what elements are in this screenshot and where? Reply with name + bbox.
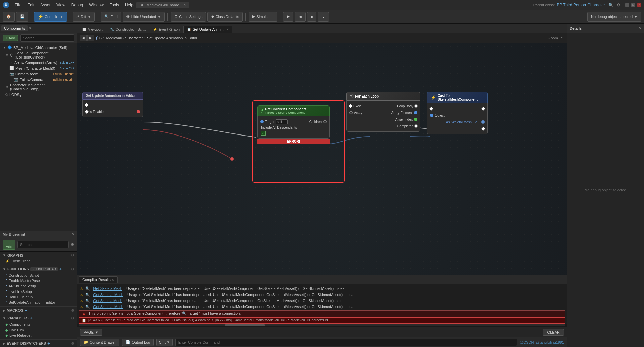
foreach-exec-out[interactable]	[414, 104, 418, 108]
cmd-dropdown[interactable]: ▼	[167, 340, 170, 344]
content-drawer-btn[interactable]: 📁 Content Drawer	[80, 339, 119, 346]
page-nav-btn[interactable]: PAGE ▼	[80, 329, 102, 336]
settings-icon[interactable]: ⚙	[617, 3, 620, 7]
graphs-section-header[interactable]: ▼ GRAPHS ⚙	[0, 252, 77, 258]
children-pin[interactable]	[323, 120, 327, 123]
compiler-tab[interactable]: Compiler Results ×	[79, 276, 118, 283]
var-livelink[interactable]: ◆ Live Link	[0, 327, 77, 333]
my-blueprint-close[interactable]: ×	[72, 232, 74, 237]
find-btn[interactable]: 🔍 Find	[101, 12, 121, 22]
tree-item-capsule[interactable]: ▼ ⬡ Capsule Component (CollisionCylinder…	[0, 50, 77, 60]
save-btn[interactable]: 💾	[16, 12, 28, 22]
functions-add-icon[interactable]: +	[59, 266, 62, 272]
var-components[interactable]: ◆ Components	[0, 322, 77, 327]
target-input[interactable]	[276, 119, 288, 124]
var-live-retarget[interactable]: ◆ Live Retarget	[0, 333, 77, 338]
is-enabled-pin[interactable]	[137, 110, 140, 113]
tree-action-mesh[interactable]: Edit in C++	[59, 67, 74, 70]
compile-btn[interactable]: ⚡ Compile ▼	[34, 12, 67, 22]
active-tab[interactable]: BP_MedievalGirlCharac... ×	[136, 2, 189, 8]
variables-section-header[interactable]: ▼ VARIABLES + ⚙	[0, 314, 77, 322]
stop-btn[interactable]: ■	[307, 12, 317, 22]
menu-view[interactable]: View	[54, 2, 68, 8]
for-each-node[interactable]: ⟲ For Each Loop Exec Loop Body Array Arr…	[346, 92, 420, 132]
cast-exec-out[interactable]	[481, 107, 485, 110]
tree-item-followcamera[interactable]: 📷 FollowCamera Edit in Blueprint	[0, 77, 77, 82]
array-pin-in[interactable]	[349, 111, 353, 114]
tree-item-charmove[interactable]: ⚙ Character Movement (CharMoveComp)	[0, 82, 77, 92]
foreach-exec-in[interactable]	[349, 104, 352, 108]
diff-btn[interactable]: ⇄ Diff ▼	[73, 12, 95, 22]
my-bp-search-input[interactable]	[17, 241, 69, 248]
macros-add-icon[interactable]: +	[25, 308, 27, 313]
cast-fail-pin[interactable]	[481, 127, 485, 130]
menu-help[interactable]: Help	[122, 2, 136, 8]
tree-item-lodsync[interactable]: ◇ LODSync	[0, 92, 77, 98]
scroll-thumb[interactable]	[225, 324, 265, 326]
compile-dropdown-icon[interactable]: ▼	[60, 15, 63, 19]
menu-file[interactable]: File	[12, 2, 24, 8]
func-livelink-setup[interactable]: ƒ LiveLinkSetup	[0, 289, 77, 294]
graphs-item-eventgraph[interactable]: ⚡ EventGraph	[0, 258, 77, 264]
target-pin[interactable]	[260, 120, 264, 123]
component-search-input[interactable]	[20, 34, 74, 42]
functions-gear-icon[interactable]: ⚙	[71, 267, 74, 271]
viewport-tab[interactable]: ⬜ Viewport	[79, 26, 106, 33]
clear-btn[interactable]: CLEAR	[543, 329, 564, 336]
debug-selector[interactable]: No debug object selected ▼	[587, 12, 641, 22]
my-bp-settings-icon[interactable]: ⚙	[71, 242, 74, 247]
menu-debug[interactable]: Debug	[69, 2, 86, 8]
macros-section-header[interactable]: ▶ MACROS + ⚙	[0, 306, 77, 314]
as-skeletal-pin[interactable]	[481, 120, 485, 124]
func-set-update-anim[interactable]: ƒ SetUpdateAnimationInEditor	[0, 300, 77, 305]
menu-window[interactable]: Window	[86, 2, 106, 8]
construction-script-tab[interactable]: 🔧 Construction Scr...	[106, 26, 150, 33]
cast-exec-in[interactable]	[429, 107, 433, 110]
hide-unrelated-btn[interactable]: 👁 Hide Unrelated ▼	[123, 12, 165, 22]
tree-action-cameraboom[interactable]: Edit in Blueprint	[53, 72, 74, 76]
parent-class-link[interactable]: BP Third Person Character	[557, 3, 605, 7]
array-element-pin[interactable]	[414, 111, 417, 114]
object-pin-in[interactable]	[430, 114, 433, 117]
exec-pin-out[interactable]	[85, 110, 88, 113]
include-all-checkbox[interactable]: ✓	[261, 131, 266, 136]
compiler-link-3[interactable]: Get SkeletalMesh	[93, 299, 122, 303]
blueprint-canvas[interactable]: BLUEPRINT Set Update Animation in Editor	[77, 43, 567, 337]
menu-edit[interactable]: Edit	[25, 2, 37, 8]
tree-action-followcamera[interactable]: Edit in Blueprint	[53, 78, 74, 81]
nav-forward-btn[interactable]: ▶	[87, 35, 94, 41]
menu-tools[interactable]: Tools	[107, 2, 122, 8]
simulation-btn[interactable]: ▶ Simulation	[249, 12, 277, 22]
nav-back-btn[interactable]: ◀	[80, 35, 87, 41]
components-tab[interactable]: Components	[1, 25, 28, 31]
components-tab-close[interactable]: ×	[29, 26, 31, 30]
more-btn[interactable]: ⋮	[318, 12, 329, 22]
add-component-btn[interactable]: + Add	[3, 35, 18, 41]
func-enable-master-pose[interactable]: ƒ EnableMasterPose	[0, 278, 77, 283]
output-log-btn[interactable]: 📄 Output Log	[122, 339, 154, 346]
class-settings-btn[interactable]: ⚙ Class Settings	[171, 12, 206, 22]
play-btn[interactable]: ▶	[283, 12, 293, 22]
dispatchers-gear-icon[interactable]: ⚙	[71, 341, 74, 346]
compiler-link-4[interactable]: Get Skeletal Mesh	[93, 305, 123, 309]
functions-section-header[interactable]: ▼ FUNCTIONS 33 OVERRIDAB + ⚙	[0, 265, 77, 273]
compiler-row-4[interactable]: ⚠ 🔍 Get Skeletal Mesh : Usage of 'Get Sk…	[77, 304, 567, 310]
cmd-selector[interactable]: Cmd ▼	[156, 339, 172, 346]
event-dispatchers-header[interactable]: ▶ EVENT DISPATCHERS + ⚙	[0, 339, 77, 347]
tree-item-cameraboom[interactable]: 📷 CameraBoom Edit in Blueprint	[0, 71, 77, 77]
cast-to-node[interactable]: ⚡ Cast To SkeletalMeshComponent Object	[427, 92, 488, 134]
event-graph-tab[interactable]: ⚡ Event Graph	[149, 26, 183, 33]
diff-dropdown[interactable]: ▼	[88, 15, 91, 19]
menu-asset[interactable]: Asset	[38, 2, 53, 8]
step-btn[interactable]: ⏭	[295, 12, 306, 22]
compiler-row-1[interactable]: ⚠ 🔍 Get SkeletalMesh : Usage of 'Skeleta…	[77, 286, 567, 292]
compiler-row-error[interactable]: 🔺 This blueprint (self) is not a SceneCo…	[79, 310, 565, 317]
tree-item-arrow[interactable]: → Arrow Component (Arrow) Edit in C++	[0, 60, 77, 65]
tree-item-self[interactable]: ▼ 🔷 BP_MedievalGirlCharacter (Self)	[0, 45, 77, 50]
search-icon[interactable]: 🔍	[608, 3, 613, 7]
details-close-btn[interactable]: ×	[639, 26, 641, 31]
close-btn[interactable]: ×	[637, 3, 641, 7]
tree-action-arrow[interactable]: Edit in C++	[59, 61, 74, 64]
compiler-close-btn[interactable]: ×	[112, 278, 114, 282]
set-update-close-btn[interactable]: ×	[227, 27, 229, 31]
